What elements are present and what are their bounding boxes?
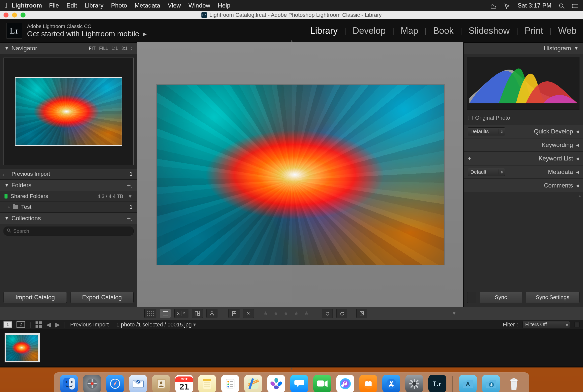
original-photo-row[interactable]: Original Photo (464, 113, 583, 125)
monitor-2-button[interactable]: 2 (17, 321, 25, 328)
comments-header[interactable]: Comments ◀ (464, 179, 583, 192)
catalog-previous-import-row[interactable]: Previous Import 1 (0, 169, 137, 179)
window-minimize-button[interactable] (12, 13, 17, 18)
zoom-stepper-icon[interactable]: ▴▾ (131, 46, 133, 50)
creative-cloud-icon[interactable] (489, 2, 498, 9)
module-book[interactable]: Book (433, 26, 454, 36)
menubar-list-icon[interactable] (572, 2, 578, 9)
navigator-thumbnail[interactable] (15, 77, 122, 146)
dock-facetime[interactable] (313, 375, 331, 392)
window-close-button[interactable] (4, 13, 9, 18)
collections-add-icon[interactable]: +. (127, 215, 133, 222)
identity-line2[interactable]: Get started with Lightroom mobile (27, 29, 139, 38)
dock-contacts[interactable] (152, 375, 170, 392)
spotlight-search-icon[interactable] (559, 2, 566, 9)
dock-notes[interactable] (198, 375, 216, 392)
menubar-clock[interactable]: Sat 3:17 PM (518, 2, 551, 9)
collections-search[interactable]: Search (4, 227, 134, 236)
rotate-cw-button[interactable] (336, 309, 347, 318)
export-catalog-button[interactable]: Export Catalog (70, 292, 134, 303)
dock-calendar[interactable]: OCT 21 (175, 375, 193, 392)
quick-develop-header[interactable]: Defaults▴▾ Quick Develop ◀ (464, 125, 583, 138)
filmstrip-thumb[interactable] (5, 333, 40, 362)
sync-target-button[interactable] (356, 309, 367, 318)
keyword-list-header[interactable]: + Keyword List ◀ (464, 152, 583, 165)
loupe-view[interactable] (137, 42, 463, 307)
loupe-view-button[interactable] (160, 309, 171, 318)
main-image[interactable] (157, 85, 444, 265)
dock-system-preferences[interactable] (405, 375, 423, 392)
folder-disclosure-icon[interactable]: ▹ (9, 205, 10, 209)
menu-view[interactable]: View (168, 2, 181, 9)
survey-view-button[interactable] (192, 309, 203, 318)
toolbar-options-chevron[interactable]: ▼ (452, 311, 456, 316)
zoom-fit[interactable]: FIT (89, 46, 96, 51)
dock-itunes[interactable] (336, 375, 354, 392)
keyword-list-add-icon[interactable]: + (468, 155, 471, 162)
flag-reject-button[interactable]: ✕ (243, 309, 254, 318)
top-panel-grabber[interactable]: ▴ (291, 39, 293, 43)
histogram-chart[interactable]: ––––– (467, 57, 579, 110)
metadata-preset-combo[interactable]: Default▴▾ (468, 168, 505, 176)
flag-pick-button[interactable] (228, 309, 239, 318)
dock-mail[interactable] (129, 375, 147, 392)
monitor-1-button[interactable]: 1 (4, 321, 12, 328)
left-panel-grabber[interactable]: ◂ (1, 171, 5, 178)
apple-menu-icon[interactable]:  (5, 2, 7, 10)
rating-stars[interactable]: ★ ★ ★ ★ ★ (263, 310, 311, 317)
filter-combo[interactable]: Filters Off▴▾ (522, 321, 570, 328)
compare-view-button[interactable]: X|Y (174, 309, 188, 318)
collections-header[interactable]: ▼ Collections +. (0, 213, 137, 224)
dock-lightroom[interactable]: Lr (428, 375, 446, 392)
module-slideshow[interactable]: Slideshow (469, 26, 510, 36)
menu-help[interactable]: Help (218, 2, 230, 9)
original-photo-checkbox[interactable] (468, 116, 473, 120)
volume-chevron-icon[interactable]: ▼ (128, 193, 133, 199)
menu-edit[interactable]: Edit (67, 2, 77, 9)
folders-add-icon[interactable]: +. (127, 181, 133, 189)
volume-row[interactable]: Shared Folders 4.3 / 4.4 TB ▼ (0, 191, 137, 202)
folders-header[interactable]: ▼ Folders +. (0, 179, 137, 191)
people-view-button[interactable] (206, 309, 217, 318)
import-catalog-button[interactable]: Import Catalog (4, 292, 67, 303)
nav-back-button[interactable]: ◀ (46, 321, 51, 328)
dock-launchpad[interactable] (83, 375, 101, 392)
menu-file[interactable]: File (49, 2, 59, 9)
dock-messages[interactable] (290, 375, 308, 392)
right-panel-grabber[interactable]: ▸ (578, 192, 582, 200)
nav-forward-button[interactable]: ▶ (55, 321, 60, 328)
filter-lock-icon[interactable] (574, 322, 579, 327)
rotate-ccw-button[interactable] (322, 309, 333, 318)
dock-photos[interactable] (267, 375, 285, 392)
zoom-1to1[interactable]: 1:1 (112, 46, 118, 51)
dock-trash[interactable] (505, 375, 523, 392)
quick-develop-preset-combo[interactable]: Defaults▴▾ (468, 127, 505, 135)
dock-maps[interactable] (244, 375, 262, 392)
dock-finder[interactable] (60, 375, 78, 392)
module-library[interactable]: Library (310, 26, 338, 36)
menubar-app-name[interactable]: Lightroom (12, 2, 42, 9)
filmstrip[interactable] (0, 329, 583, 366)
crumb-chevron-icon[interactable]: ▾ (193, 321, 196, 328)
module-print[interactable]: Print (525, 26, 543, 36)
script-menu-icon[interactable] (504, 2, 512, 9)
module-web[interactable]: Web (558, 26, 576, 36)
dock-ibooks[interactable] (359, 375, 377, 392)
module-develop[interactable]: Develop (353, 26, 386, 36)
menu-metadata[interactable]: Metadata (135, 2, 160, 9)
menu-library[interactable]: Library (85, 2, 103, 9)
keywording-header[interactable]: Keywording ◀ (464, 138, 583, 152)
histogram-header[interactable]: Histogram ▼ (464, 43, 583, 54)
zoom-fill[interactable]: FILL (99, 46, 108, 51)
module-map[interactable]: Map (401, 26, 418, 36)
menu-photo[interactable]: Photo (111, 2, 127, 9)
sync-button[interactable]: Sync (480, 292, 522, 303)
identity-play-icon[interactable]: ▸ (143, 29, 147, 38)
window-zoom-button[interactable] (21, 13, 26, 18)
dock-safari[interactable] (106, 375, 124, 392)
sync-switch[interactable] (467, 292, 476, 303)
grid-view-button[interactable] (144, 309, 156, 318)
filmstrip-grid-icon[interactable] (36, 321, 42, 328)
menu-window[interactable]: Window (188, 2, 210, 9)
sync-settings-button[interactable]: Sync Settings (526, 292, 579, 303)
